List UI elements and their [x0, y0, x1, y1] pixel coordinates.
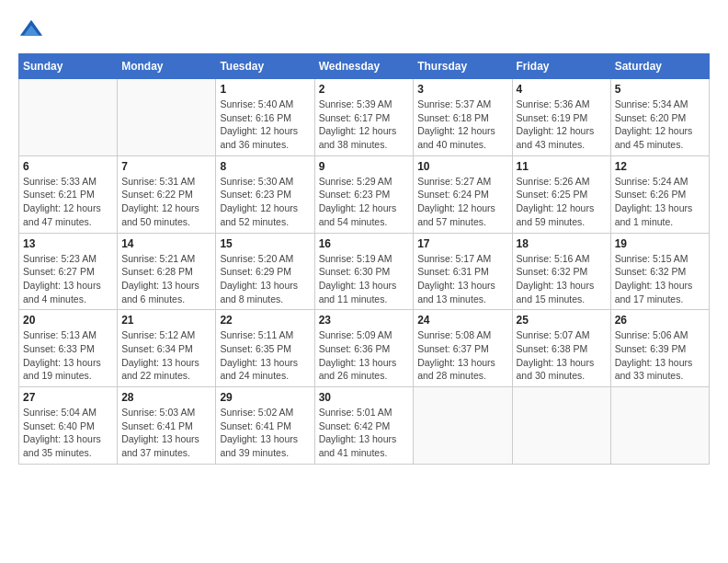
- day-info: Sunrise: 5:33 AM Sunset: 6:21 PM Dayligh…: [23, 175, 113, 229]
- calendar-day-cell: 16Sunrise: 5:19 AM Sunset: 6:30 PM Dayli…: [314, 233, 414, 310]
- day-number: 7: [121, 160, 211, 173]
- calendar-day-cell: 1Sunrise: 5:40 AM Sunset: 6:16 PM Daylig…: [216, 79, 314, 156]
- day-info: Sunrise: 5:23 AM Sunset: 6:27 PM Dayligh…: [23, 252, 113, 306]
- day-number: 6: [23, 160, 113, 173]
- calendar-day-cell: 24Sunrise: 5:08 AM Sunset: 6:37 PM Dayli…: [414, 310, 512, 387]
- day-info: Sunrise: 5:15 AM Sunset: 6:32 PM Dayligh…: [615, 252, 705, 306]
- calendar-day-cell: 6Sunrise: 5:33 AM Sunset: 6:21 PM Daylig…: [19, 155, 118, 233]
- day-number: 26: [615, 314, 705, 327]
- calendar-day-cell: 26Sunrise: 5:06 AM Sunset: 6:39 PM Dayli…: [610, 310, 709, 387]
- calendar-day-cell: 20Sunrise: 5:13 AM Sunset: 6:33 PM Dayli…: [19, 310, 118, 387]
- day-info: Sunrise: 5:06 AM Sunset: 6:39 PM Dayligh…: [615, 328, 705, 383]
- calendar-day-cell: 23Sunrise: 5:09 AM Sunset: 6:36 PM Dayli…: [314, 310, 414, 387]
- day-number: 1: [220, 83, 310, 96]
- calendar-day-cell: 27Sunrise: 5:04 AM Sunset: 6:40 PM Dayli…: [19, 387, 118, 465]
- day-info: Sunrise: 5:09 AM Sunset: 6:36 PM Dayligh…: [319, 328, 410, 383]
- day-number: 24: [417, 314, 507, 327]
- calendar-day-cell: 17Sunrise: 5:17 AM Sunset: 6:31 PM Dayli…: [414, 233, 512, 310]
- day-info: Sunrise: 5:02 AM Sunset: 6:41 PM Dayligh…: [220, 406, 310, 460]
- day-number: 21: [121, 314, 211, 327]
- calendar-day-cell: 7Sunrise: 5:31 AM Sunset: 6:22 PM Daylig…: [118, 155, 216, 233]
- calendar-day-cell: [19, 79, 118, 156]
- calendar-week-row: 27Sunrise: 5:04 AM Sunset: 6:40 PM Dayli…: [19, 387, 710, 465]
- day-number: 9: [319, 160, 410, 173]
- day-info: Sunrise: 5:39 AM Sunset: 6:17 PM Dayligh…: [319, 98, 410, 152]
- day-info: Sunrise: 5:17 AM Sunset: 6:31 PM Dayligh…: [417, 252, 507, 306]
- calendar-week-row: 6Sunrise: 5:33 AM Sunset: 6:21 PM Daylig…: [19, 155, 710, 233]
- day-info: Sunrise: 5:03 AM Sunset: 6:41 PM Dayligh…: [121, 406, 211, 460]
- day-info: Sunrise: 5:30 AM Sunset: 6:23 PM Dayligh…: [220, 175, 310, 229]
- day-number: 23: [319, 314, 410, 327]
- calendar-day-cell: 13Sunrise: 5:23 AM Sunset: 6:27 PM Dayli…: [19, 233, 118, 310]
- day-info: Sunrise: 5:19 AM Sunset: 6:30 PM Dayligh…: [319, 252, 410, 306]
- day-number: 10: [417, 160, 507, 173]
- day-info: Sunrise: 5:36 AM Sunset: 6:19 PM Dayligh…: [517, 98, 607, 152]
- day-number: 11: [517, 160, 607, 173]
- calendar-header-saturday: Saturday: [610, 54, 709, 79]
- calendar-header-wednesday: Wednesday: [314, 54, 414, 79]
- calendar-header-friday: Friday: [512, 54, 610, 79]
- day-number: 16: [319, 237, 410, 250]
- calendar-day-cell: 18Sunrise: 5:16 AM Sunset: 6:32 PM Dayli…: [512, 233, 610, 310]
- day-number: 17: [417, 237, 507, 250]
- day-info: Sunrise: 5:29 AM Sunset: 6:23 PM Dayligh…: [319, 175, 410, 229]
- day-info: Sunrise: 5:37 AM Sunset: 6:18 PM Dayligh…: [417, 98, 507, 152]
- day-info: Sunrise: 5:07 AM Sunset: 6:38 PM Dayligh…: [517, 328, 607, 383]
- day-number: 15: [220, 237, 310, 250]
- calendar-day-cell: 9Sunrise: 5:29 AM Sunset: 6:23 PM Daylig…: [314, 155, 414, 233]
- day-number: 13: [23, 237, 113, 250]
- calendar-day-cell: 22Sunrise: 5:11 AM Sunset: 6:35 PM Dayli…: [216, 310, 314, 387]
- day-info: Sunrise: 5:24 AM Sunset: 6:26 PM Dayligh…: [615, 175, 705, 229]
- calendar-day-cell: 2Sunrise: 5:39 AM Sunset: 6:17 PM Daylig…: [314, 79, 414, 156]
- day-info: Sunrise: 5:27 AM Sunset: 6:24 PM Dayligh…: [417, 175, 507, 229]
- day-number: 22: [220, 314, 310, 327]
- day-info: Sunrise: 5:13 AM Sunset: 6:33 PM Dayligh…: [23, 328, 113, 383]
- calendar-day-cell: 25Sunrise: 5:07 AM Sunset: 6:38 PM Dayli…: [512, 310, 610, 387]
- day-info: Sunrise: 5:34 AM Sunset: 6:20 PM Dayligh…: [615, 98, 705, 152]
- day-info: Sunrise: 5:11 AM Sunset: 6:35 PM Dayligh…: [220, 328, 310, 383]
- calendar-day-cell: 14Sunrise: 5:21 AM Sunset: 6:28 PM Dayli…: [118, 233, 216, 310]
- logo-icon: [18, 18, 44, 44]
- calendar-header-tuesday: Tuesday: [216, 54, 314, 79]
- day-info: Sunrise: 5:20 AM Sunset: 6:29 PM Dayligh…: [220, 252, 310, 306]
- calendar-day-cell: 12Sunrise: 5:24 AM Sunset: 6:26 PM Dayli…: [610, 155, 709, 233]
- calendar-day-cell: 28Sunrise: 5:03 AM Sunset: 6:41 PM Dayli…: [118, 387, 216, 465]
- day-info: Sunrise: 5:16 AM Sunset: 6:32 PM Dayligh…: [517, 252, 607, 306]
- day-number: 28: [121, 391, 211, 404]
- day-number: 3: [417, 83, 507, 96]
- calendar-day-cell: [118, 79, 216, 156]
- calendar-header-monday: Monday: [118, 54, 216, 79]
- calendar-day-cell: [610, 387, 709, 465]
- day-number: 30: [319, 391, 410, 404]
- calendar-header-row: SundayMondayTuesdayWednesdayThursdayFrid…: [19, 54, 710, 79]
- logo: [18, 18, 48, 44]
- day-number: 18: [517, 237, 607, 250]
- calendar-day-cell: 11Sunrise: 5:26 AM Sunset: 6:25 PM Dayli…: [512, 155, 610, 233]
- day-number: 2: [319, 83, 410, 96]
- calendar-table: SundayMondayTuesdayWednesdayThursdayFrid…: [18, 53, 710, 465]
- calendar-week-row: 20Sunrise: 5:13 AM Sunset: 6:33 PM Dayli…: [19, 310, 710, 387]
- day-info: Sunrise: 5:31 AM Sunset: 6:22 PM Dayligh…: [121, 175, 211, 229]
- day-number: 5: [615, 83, 705, 96]
- day-info: Sunrise: 5:21 AM Sunset: 6:28 PM Dayligh…: [121, 252, 211, 306]
- day-info: Sunrise: 5:26 AM Sunset: 6:25 PM Dayligh…: [517, 175, 607, 229]
- day-info: Sunrise: 5:08 AM Sunset: 6:37 PM Dayligh…: [417, 328, 507, 383]
- day-number: 19: [615, 237, 705, 250]
- calendar-day-cell: [414, 387, 512, 465]
- page-header: [18, 18, 710, 44]
- day-number: 29: [220, 391, 310, 404]
- day-number: 20: [23, 314, 113, 327]
- day-number: 14: [121, 237, 211, 250]
- day-number: 8: [220, 160, 310, 173]
- calendar-day-cell: 8Sunrise: 5:30 AM Sunset: 6:23 PM Daylig…: [216, 155, 314, 233]
- calendar-day-cell: 19Sunrise: 5:15 AM Sunset: 6:32 PM Dayli…: [610, 233, 709, 310]
- calendar-day-cell: [512, 387, 610, 465]
- calendar-header-sunday: Sunday: [19, 54, 118, 79]
- day-number: 4: [517, 83, 607, 96]
- calendar-day-cell: 30Sunrise: 5:01 AM Sunset: 6:42 PM Dayli…: [314, 387, 414, 465]
- calendar-day-cell: 3Sunrise: 5:37 AM Sunset: 6:18 PM Daylig…: [414, 79, 512, 156]
- calendar-day-cell: 4Sunrise: 5:36 AM Sunset: 6:19 PM Daylig…: [512, 79, 610, 156]
- day-info: Sunrise: 5:12 AM Sunset: 6:34 PM Dayligh…: [121, 328, 211, 383]
- calendar-day-cell: 15Sunrise: 5:20 AM Sunset: 6:29 PM Dayli…: [216, 233, 314, 310]
- day-info: Sunrise: 5:40 AM Sunset: 6:16 PM Dayligh…: [220, 98, 310, 152]
